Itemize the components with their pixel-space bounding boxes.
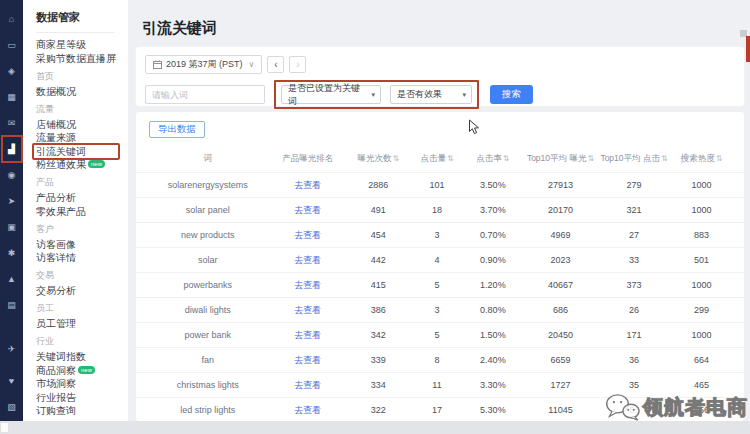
- top10-clicks-cell: 33: [599, 255, 670, 265]
- view-rank-link[interactable]: 去查看: [269, 404, 345, 417]
- sidebar-item-product-analysis[interactable]: 产品分析: [36, 193, 128, 203]
- exposures-cell: 454: [346, 230, 411, 240]
- red-edge-mark: [746, 36, 750, 62]
- sort-icon[interactable]: ⇅: [661, 154, 668, 163]
- view-rank-link[interactable]: 去查看: [269, 379, 345, 392]
- chevron-down-icon: ∨: [249, 60, 255, 69]
- column-header-search-heat[interactable]: 搜索热度⇅: [669, 154, 734, 164]
- column-label: 词: [203, 154, 212, 164]
- top10-clicks-cell: 35: [599, 380, 670, 390]
- prev-week-button[interactable]: ‹: [267, 56, 284, 73]
- ctr-cell: 0.70%: [463, 230, 522, 240]
- home-icon[interactable]: ⌂: [0, 8, 23, 30]
- sidebar-item-transaction-analysis[interactable]: 交易分析: [36, 286, 128, 296]
- top10-exposure-cell: 2023: [522, 255, 598, 265]
- sort-icon[interactable]: ⇅: [503, 154, 510, 163]
- ctr-cell: 3.30%: [463, 380, 522, 390]
- icon-rail: ⌂▭◈▦✉▟◉➤▣✱▲▤✈♥▧: [0, 0, 23, 421]
- sort-icon[interactable]: ⇅: [392, 154, 399, 163]
- exposures-cell: 2886: [346, 180, 411, 190]
- sidebar-item-data-overview[interactable]: 数据概况: [36, 87, 128, 97]
- clicks-cell: 11: [411, 380, 464, 390]
- keyword-cell: diwali lights: [146, 305, 269, 315]
- column-label: 点击率: [476, 154, 502, 164]
- sort-icon[interactable]: ⇅: [447, 154, 454, 163]
- shield-icon[interactable]: ◈: [0, 60, 23, 82]
- sidebar-item-industry-report[interactable]: 行业报告: [36, 393, 128, 403]
- sidebar-item-visitor-profile[interactable]: 访客画像: [36, 240, 128, 250]
- menu-section-header: 流量: [36, 103, 128, 116]
- exposures-cell: 342: [346, 330, 411, 340]
- table-body: solarenergysystems去查看28861013.50%2791327…: [136, 172, 744, 421]
- search-heat-cell: 1000: [669, 180, 734, 190]
- sidebar-item-visitor-details[interactable]: 访客详情: [36, 253, 128, 263]
- view-rank-link[interactable]: 去查看: [269, 254, 345, 267]
- apps-grid-icon[interactable]: ▦: [0, 86, 23, 108]
- watermark-text: 领航者电商: [643, 394, 748, 421]
- table-row: powerbanks去查看41551.20%406673731000: [136, 272, 744, 297]
- sidebar-item-order-inquiry[interactable]: 订购查询: [36, 406, 128, 416]
- ctr-cell: 3.70%: [463, 205, 522, 215]
- sidebar-item-keyword-index[interactable]: 关键词指数: [36, 352, 128, 362]
- column-header-top10-avg-clicks[interactable]: Top10平均 点击⇅: [599, 154, 670, 164]
- column-header-top10-avg-exposure[interactable]: Top10平均 曝光⇅: [522, 154, 598, 164]
- chat-icon[interactable]: ✉: [0, 112, 23, 134]
- export-data-button[interactable]: 导出数据: [149, 121, 205, 138]
- bar-chart-icon[interactable]: ▟: [0, 138, 23, 160]
- top10-exposure-cell: 20450: [522, 330, 598, 340]
- sidebar-item-purchase-festival-live[interactable]: 采购节数据直播屏: [36, 54, 128, 64]
- bell-icon[interactable]: ▲: [0, 268, 23, 290]
- sidebar-item-traffic-keywords[interactable]: 引流关键词: [36, 147, 128, 157]
- keyword-input[interactable]: [145, 85, 265, 104]
- clicks-cell: 5: [411, 330, 464, 340]
- bottom-strip: [0, 421, 750, 434]
- sort-icon[interactable]: ⇅: [716, 154, 723, 163]
- view-rank-link[interactable]: 去查看: [269, 229, 345, 242]
- keyword-cell: powerbanks: [146, 280, 269, 290]
- menu-section-header: 交易: [36, 269, 128, 282]
- camera-icon[interactable]: ▧: [0, 396, 23, 418]
- monitor-icon[interactable]: ▭: [0, 34, 23, 56]
- sidebar-item-zero-effect-products[interactable]: 零效果产品: [36, 207, 128, 217]
- next-week-button[interactable]: ›: [289, 56, 306, 73]
- heart-icon[interactable]: ♥: [0, 370, 23, 392]
- sidebar-item-product-insight[interactable]: 商品洞察new: [36, 366, 128, 376]
- sidebar-item-label: 访客详情: [36, 252, 76, 263]
- share-arrow-icon[interactable]: ➤: [0, 190, 23, 212]
- menu-section-header: 行业: [36, 335, 128, 348]
- column-label: 点击量: [420, 154, 446, 164]
- column-header-clicks[interactable]: 点击量⇅: [411, 154, 464, 164]
- view-rank-link[interactable]: 去查看: [269, 354, 345, 367]
- column-header-ctr[interactable]: 点击率⇅: [463, 154, 522, 164]
- effect-filter-select[interactable]: 是否有效果 ▾: [390, 85, 472, 104]
- sidebar-item-traffic-source[interactable]: 流量来源: [36, 133, 128, 143]
- caret-down-icon: ▾: [462, 91, 466, 99]
- column-header-exposures[interactable]: 曝光次数⇅: [346, 154, 411, 164]
- sidebar-item-merchant-star-level[interactable]: 商家星等级: [36, 40, 128, 50]
- sidebar-item-store-overview[interactable]: 店铺概况: [36, 120, 128, 130]
- week-picker[interactable]: 2019 第37周 (PST) ∨: [145, 55, 262, 74]
- view-rank-link[interactable]: 去查看: [269, 304, 345, 317]
- column-label: 搜索热度: [681, 154, 715, 164]
- sort-icon[interactable]: ⇅: [587, 154, 594, 163]
- sidebar-item-market-insight[interactable]: 市场洞察: [36, 379, 128, 389]
- briefcase-icon[interactable]: ▤: [0, 294, 23, 316]
- sidebar-item-fans-effect[interactable]: 粉丝通效果new: [36, 160, 128, 170]
- clicks-cell: 18: [411, 205, 464, 215]
- search-filter-row: 是否已设置为关键词 ▾ 是否有效果 ▾ 搜索: [145, 80, 735, 109]
- view-rank-link[interactable]: 去查看: [269, 204, 345, 217]
- view-rank-link[interactable]: 去查看: [269, 279, 345, 292]
- keyword-set-filter-select[interactable]: 是否已设置为关键词 ▾: [281, 85, 381, 104]
- users-icon[interactable]: ◉: [0, 164, 23, 186]
- keyword-cell: solarenergysystems: [146, 180, 269, 190]
- view-rank-link[interactable]: 去查看: [269, 329, 345, 342]
- ctr-cell: 5.30%: [463, 405, 522, 415]
- top10-exposure-cell: 11045: [522, 405, 598, 415]
- sidebar-item-staff-management[interactable]: 员工管理: [36, 319, 128, 329]
- archive-icon[interactable]: ▣: [0, 216, 23, 238]
- gear-icon[interactable]: ✱: [0, 242, 23, 264]
- view-rank-link[interactable]: 去查看: [269, 179, 345, 192]
- column-header-product-exposure-rank: 产品曝光排名: [269, 154, 345, 164]
- search-button[interactable]: 搜索: [490, 85, 533, 104]
- send-icon[interactable]: ✈: [0, 338, 23, 360]
